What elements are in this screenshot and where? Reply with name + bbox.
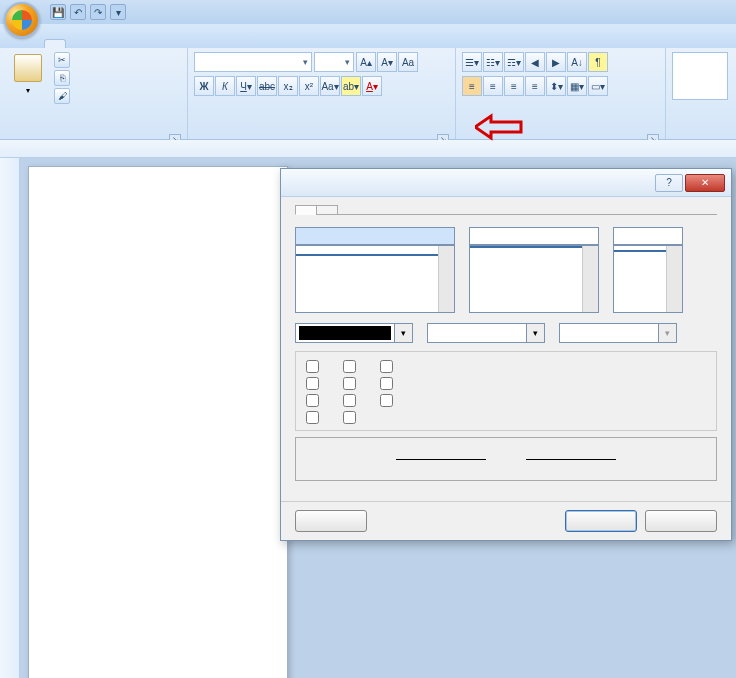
- scrollbar[interactable]: [438, 246, 454, 312]
- subscript-button[interactable]: x₂: [278, 76, 298, 96]
- font-color-button[interactable]: A▾: [362, 76, 382, 96]
- show-marks-button[interactable]: ¶: [588, 52, 608, 72]
- strikethrough-button[interactable]: abc: [257, 76, 277, 96]
- tab-insert[interactable]: [68, 40, 88, 48]
- tab-font-dialog[interactable]: [295, 205, 317, 215]
- chevron-down-icon: ▾: [659, 323, 677, 343]
- title-bar: 💾 ↶ ↷ ▾: [0, 0, 736, 24]
- document-page[interactable]: [28, 166, 288, 678]
- hidden-checkbox[interactable]: [380, 394, 397, 407]
- font-name-combo[interactable]: [194, 52, 312, 72]
- font-style-list[interactable]: [469, 245, 599, 313]
- shadow-checkbox[interactable]: [343, 360, 360, 373]
- change-case-button[interactable]: Aa▾: [320, 76, 340, 96]
- paste-button[interactable]: ▾: [6, 52, 50, 133]
- redo-icon[interactable]: ↷: [90, 4, 106, 20]
- superscript-checkbox[interactable]: [306, 394, 323, 407]
- dialog-tabs: [295, 205, 717, 215]
- tab-mailings[interactable]: [134, 40, 154, 48]
- font-size-combo[interactable]: [314, 52, 354, 72]
- svg-marker-0: [475, 116, 521, 138]
- scrollbar[interactable]: [582, 246, 598, 312]
- grow-font-button[interactable]: A▴: [356, 52, 376, 72]
- increase-indent-button[interactable]: ▶: [546, 52, 566, 72]
- superscript-button[interactable]: x²: [299, 76, 319, 96]
- font-group-label: ↘: [194, 133, 449, 137]
- strikethrough-checkbox[interactable]: [306, 360, 323, 373]
- bullets-button[interactable]: ☰▾: [462, 52, 482, 72]
- scrollbar[interactable]: [666, 246, 682, 312]
- double-strike-checkbox[interactable]: [306, 377, 323, 390]
- underline-style-combo[interactable]: ▾: [427, 323, 545, 343]
- cancel-button[interactable]: [645, 510, 717, 532]
- bold-button[interactable]: Ж: [194, 76, 214, 96]
- color-swatch: [299, 326, 391, 340]
- font-dialog: ? ✕: [280, 168, 732, 541]
- clipboard-group-label: ↘: [6, 133, 181, 137]
- decrease-indent-button[interactable]: ◀: [525, 52, 545, 72]
- emboss-checkbox[interactable]: [343, 394, 360, 407]
- save-icon[interactable]: 💾: [50, 4, 66, 20]
- undo-icon[interactable]: ↶: [70, 4, 86, 20]
- font-style-input[interactable]: [469, 227, 599, 245]
- multilevel-button[interactable]: ☶▾: [504, 52, 524, 72]
- annotation-arrow-icon: [475, 112, 523, 142]
- default-button[interactable]: [295, 510, 367, 532]
- justify-button[interactable]: ≡: [525, 76, 545, 96]
- italic-button[interactable]: К: [215, 76, 235, 96]
- line-spacing-button[interactable]: ⬍▾: [546, 76, 566, 96]
- close-button[interactable]: ✕: [685, 174, 725, 192]
- font-preview: [295, 437, 717, 481]
- chevron-down-icon: ▾: [527, 323, 545, 343]
- font-size-list[interactable]: [613, 245, 683, 313]
- qat-customize-icon[interactable]: ▾: [110, 4, 126, 20]
- quick-access-toolbar: 💾 ↶ ↷ ▾: [50, 4, 126, 20]
- copy-icon: ⎘: [54, 70, 70, 86]
- font-name-list[interactable]: [295, 245, 455, 313]
- paste-icon: [14, 54, 42, 82]
- smallcaps-checkbox[interactable]: [380, 360, 397, 373]
- vertical-ruler[interactable]: [0, 158, 20, 678]
- engrave-checkbox[interactable]: [343, 411, 360, 424]
- align-right-button[interactable]: ≡: [504, 76, 524, 96]
- tab-page-layout[interactable]: [90, 40, 110, 48]
- brush-icon: 🖌: [54, 88, 70, 104]
- outline-checkbox[interactable]: [343, 377, 360, 390]
- chevron-down-icon: ▾: [395, 323, 413, 343]
- shrink-font-button[interactable]: A▾: [377, 52, 397, 72]
- numbering-button[interactable]: ☷▾: [483, 52, 503, 72]
- underline-button[interactable]: Ч▾: [236, 76, 256, 96]
- help-button[interactable]: ?: [655, 174, 683, 192]
- effects-fieldset: [295, 351, 717, 431]
- office-button[interactable]: [4, 2, 40, 38]
- dialog-titlebar[interactable]: ? ✕: [281, 169, 731, 197]
- align-center-button[interactable]: ≡: [483, 76, 503, 96]
- allcaps-checkbox[interactable]: [380, 377, 397, 390]
- tab-view[interactable]: [178, 40, 198, 48]
- clear-formatting-button[interactable]: Aa: [398, 52, 418, 72]
- underline-color-combo: ▾: [559, 323, 677, 343]
- ribbon: ▾ ✂ ⎘ 🖌 ↘ A▴ A▾ Aa Ж К: [0, 48, 736, 140]
- format-painter-button[interactable]: 🖌: [54, 88, 72, 104]
- ribbon-tabs: [0, 24, 736, 48]
- tab-addins[interactable]: [200, 40, 220, 48]
- copy-button[interactable]: ⎘: [54, 70, 72, 86]
- style-normal-preview[interactable]: [672, 52, 728, 100]
- shading-button[interactable]: ▦▾: [567, 76, 587, 96]
- tab-spacing-dialog[interactable]: [316, 205, 338, 215]
- tab-review[interactable]: [156, 40, 176, 48]
- font-size-input[interactable]: [613, 227, 683, 245]
- subscript-checkbox[interactable]: [306, 411, 323, 424]
- borders-button[interactable]: ▭▾: [588, 76, 608, 96]
- ok-button[interactable]: [565, 510, 637, 532]
- sort-button[interactable]: A↓: [567, 52, 587, 72]
- highlight-button[interactable]: ab▾: [341, 76, 361, 96]
- cut-button[interactable]: ✂: [54, 52, 72, 68]
- tab-references[interactable]: [112, 40, 132, 48]
- horizontal-ruler[interactable]: [0, 140, 736, 158]
- tab-home[interactable]: [44, 39, 66, 48]
- font-name-input[interactable]: [295, 227, 455, 245]
- scissors-icon: ✂: [54, 52, 70, 68]
- align-left-button[interactable]: ≡: [462, 76, 482, 96]
- font-color-combo[interactable]: ▾: [295, 323, 413, 343]
